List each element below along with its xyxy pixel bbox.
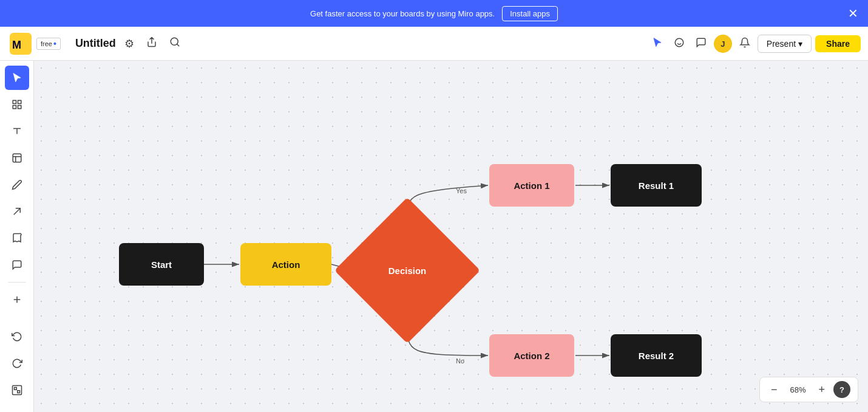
svg-rect-22: [13, 106, 16, 109]
sidebar-cursor-button[interactable]: [5, 66, 29, 90]
share-button[interactable]: Share: [815, 35, 861, 52]
cursor-mode-button[interactable]: [648, 33, 666, 55]
free-dot: •: [53, 39, 56, 49]
free-badge: free •: [36, 38, 61, 50]
share-header-button[interactable]: [143, 33, 161, 54]
sidebar-undo-button[interactable]: [5, 324, 29, 349]
no-label: No: [456, 357, 464, 365]
yes-label: Yes: [456, 187, 467, 194]
miro-logo: M: [10, 33, 32, 55]
svg-text:M: M: [12, 39, 21, 51]
sidebar-divider: [8, 282, 26, 283]
install-apps-button[interactable]: Install apps: [502, 6, 558, 21]
svg-rect-21: [18, 100, 21, 103]
logo-area: M free •: [0, 33, 70, 55]
node-action2[interactable]: Action 2: [489, 334, 574, 377]
settings-button[interactable]: ⚙: [121, 33, 138, 54]
sidebar-pen-button[interactable]: [5, 173, 29, 197]
svg-point-17: [675, 38, 683, 47]
svg-rect-34: [17, 391, 19, 393]
node-start[interactable]: Start: [119, 243, 204, 286]
right-toolbar: J Present ▾ Share: [641, 27, 868, 61]
svg-rect-33: [14, 388, 16, 390]
zoom-level: 68%: [785, 385, 810, 394]
search-button[interactable]: [166, 33, 184, 54]
node-action1[interactable]: Action 1: [489, 164, 574, 207]
node-result1[interactable]: Result 1: [611, 164, 702, 207]
notification-bar: Get faster access to your boards by usin…: [0, 0, 868, 27]
comments-button[interactable]: [692, 33, 710, 55]
left-sidebar: [0, 61, 34, 412]
board-title-area: Untitled ⚙: [70, 33, 189, 54]
node-action[interactable]: Action: [240, 243, 331, 286]
node-result2[interactable]: Result 2: [611, 334, 702, 377]
sidebar-redo-button[interactable]: [5, 351, 29, 376]
reactions-rt-button[interactable]: [670, 33, 688, 55]
notification-message: Get faster access to your boards by usin…: [310, 9, 495, 18]
sidebar-sticky-button[interactable]: [5, 146, 29, 170]
svg-rect-26: [13, 154, 21, 162]
close-notification-button[interactable]: ✕: [848, 7, 858, 19]
avatar[interactable]: J: [714, 35, 732, 53]
sidebar-minimap-button[interactable]: [5, 378, 29, 402]
node-decision[interactable]: Decision: [356, 219, 459, 322]
sidebar-text-button[interactable]: [5, 119, 29, 143]
svg-line-29: [13, 208, 20, 215]
sidebar-add-button[interactable]: [5, 287, 29, 312]
help-button[interactable]: ?: [833, 381, 850, 398]
sidebar-frames-button[interactable]: [5, 92, 29, 117]
sidebar-comment-button[interactable]: [5, 253, 29, 277]
notifications-button[interactable]: [736, 33, 754, 55]
sidebar-marker-button[interactable]: [5, 226, 29, 250]
canvas[interactable]: Yes No Start Action Decision Action 1 Re…: [34, 61, 868, 412]
present-button[interactable]: Present ▾: [758, 35, 812, 53]
svg-rect-23: [18, 106, 21, 109]
zoom-in-button[interactable]: +: [815, 382, 829, 397]
board-title[interactable]: Untitled: [75, 37, 116, 50]
sidebar-arrow-button[interactable]: [5, 199, 29, 224]
svg-line-3: [177, 44, 178, 46]
svg-rect-20: [13, 100, 16, 103]
bottom-toolbar: − 68% + ?: [759, 377, 858, 402]
zoom-out-button[interactable]: −: [767, 382, 781, 397]
